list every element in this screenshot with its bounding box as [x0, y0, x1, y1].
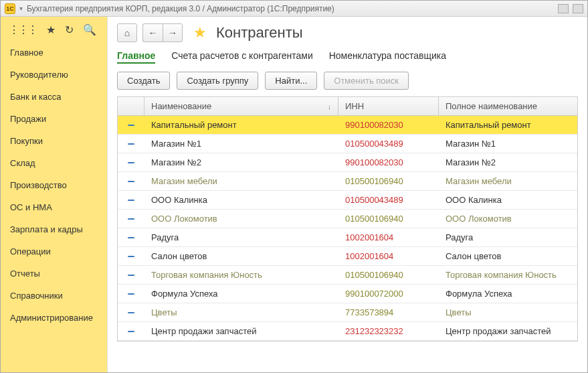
window-min-icon[interactable]	[558, 4, 569, 13]
sidebar-item-0[interactable]: Главное	[1, 42, 107, 64]
sidebar-item-1[interactable]: Руководителю	[1, 64, 107, 86]
home-button[interactable]: ⌂	[117, 23, 137, 42]
cell-name: Салон цветов	[151, 251, 207, 261]
sidebar-item-6[interactable]: Производство	[1, 174, 107, 196]
sidebar-item-4[interactable]: Покупки	[1, 130, 107, 152]
row-icon	[118, 218, 144, 220]
sidebar-item-8[interactable]: Зарплата и кадры	[1, 218, 107, 240]
page-title: Контрагенты	[216, 24, 303, 42]
tab-0[interactable]: Главное	[117, 50, 155, 64]
cancel-search-button: Отменить поиск	[324, 72, 409, 90]
table-row[interactable]: Цветы7733573894Цветы	[118, 303, 577, 322]
history-icon[interactable]: ↻	[65, 23, 74, 36]
cell-name: ООО Локомотив	[151, 214, 217, 224]
sidebar-item-10[interactable]: Отчеты	[1, 263, 107, 285]
cell-inn: 990100082030	[338, 120, 439, 130]
cell-fullname: Радуга	[446, 232, 473, 242]
cell-name: Формула Успеха	[151, 289, 218, 299]
back-button[interactable]: ←	[142, 23, 163, 42]
sidebar: ⋮⋮⋮ ★ ↻ 🔍 ГлавноеРуководителюБанк и касс…	[1, 17, 108, 372]
cell-name: Центр продажи запчастей	[151, 326, 256, 336]
row-icon	[118, 237, 144, 238]
cell-inn: 990100072000	[338, 289, 439, 299]
cell-name: Цветы	[151, 307, 177, 317]
cell-name: ООО Калинка	[151, 195, 207, 205]
cell-inn: 1002001604	[338, 251, 439, 261]
tab-2[interactable]: Номенклатура поставщика	[329, 50, 446, 64]
create-button[interactable]: Создать	[117, 72, 170, 90]
cell-inn: 7733573894	[338, 307, 439, 317]
item-icon	[128, 143, 134, 145]
table-row[interactable]: ООО Локомотив010500106940ООО Локомотив	[118, 210, 577, 228]
main-area: ⌂ ← → ★ Контрагенты ГлавноеСчета расчето…	[108, 17, 587, 372]
cell-fullname: Центр продажи запчастей	[446, 326, 551, 336]
sidebar-item-11[interactable]: Справочники	[1, 285, 107, 307]
cell-inn: 010500106940	[338, 176, 439, 186]
table-row[interactable]: Торговая компания Юность010500106940Торг…	[118, 266, 577, 285]
cell-fullname: Капитальный ремонт	[446, 120, 531, 130]
item-icon	[128, 331, 134, 332]
column-icon[interactable]	[118, 97, 144, 115]
cell-name: Магазин мебели	[151, 176, 217, 186]
column-inn[interactable]: ИНН	[338, 97, 439, 115]
favorites-icon[interactable]: ★	[46, 23, 56, 36]
cell-fullname: Торговая компания Юность	[446, 270, 557, 280]
item-icon	[128, 218, 134, 220]
table-row[interactable]: Капитальный ремонт990100082030Капитальны…	[118, 116, 577, 135]
table-row[interactable]: Центр продажи запчастей231232323232Центр…	[118, 322, 577, 341]
table-row[interactable]: ООО Калинка010500043489ООО Калинка	[118, 191, 577, 210]
favorite-star-icon[interactable]: ★	[193, 24, 207, 42]
row-icon	[118, 162, 144, 163]
forward-button[interactable]: →	[163, 23, 183, 42]
cell-name: Радуга	[151, 232, 179, 242]
cell-fullname: Салон цветов	[446, 251, 501, 261]
row-icon	[118, 256, 144, 257]
cell-fullname: ООО Калинка	[446, 195, 502, 205]
table-row[interactable]: Салон цветов1002001604Салон цветов	[118, 247, 577, 266]
cell-inn: 010500106940	[338, 214, 439, 224]
column-name[interactable]: Наименование ↓	[144, 97, 338, 115]
cell-inn: 010500106940	[338, 270, 439, 280]
item-icon	[128, 162, 134, 163]
create-group-button[interactable]: Создать группу	[177, 72, 258, 90]
table-row[interactable]: Формула Успеха990100072000Формула Успеха	[118, 285, 577, 303]
search-icon[interactable]: 🔍	[83, 23, 96, 36]
titlebar-text: Бухгалтерия предприятия КОРП, редакция 3…	[27, 4, 334, 13]
data-table: Наименование ↓ ИНН Полное наименование К…	[117, 96, 578, 342]
cell-fullname: Формула Успеха	[446, 289, 512, 299]
cell-fullname: Цветы	[446, 307, 471, 317]
cell-inn: 010500043489	[338, 139, 439, 149]
item-icon	[128, 181, 134, 182]
cell-inn: 1002001604	[338, 232, 439, 242]
dropdown-icon[interactable]: ▾	[19, 5, 23, 12]
row-icon	[118, 275, 144, 276]
row-icon	[118, 143, 144, 145]
table-row[interactable]: Магазин №2990100082030Магазин №2	[118, 153, 577, 172]
tabs: ГлавноеСчета расчетов с контрагентамиНом…	[117, 50, 578, 64]
cell-name: Магазин №1	[151, 139, 201, 149]
column-fullname[interactable]: Полное наименование	[439, 97, 577, 115]
row-icon	[118, 181, 144, 182]
sort-icon: ↓	[328, 102, 332, 110]
cell-fullname: ООО Локомотив	[446, 214, 512, 224]
table-row[interactable]: Магазин №1010500043489Магазин №1	[118, 135, 577, 153]
find-button[interactable]: Найти...	[265, 72, 317, 90]
tab-1[interactable]: Счета расчетов с контрагентами	[171, 50, 312, 64]
sidebar-item-9[interactable]: Операции	[1, 240, 107, 263]
sidebar-item-5[interactable]: Склад	[1, 152, 107, 174]
sidebar-item-3[interactable]: Продажи	[1, 108, 107, 130]
table-row[interactable]: Магазин мебели010500106940Магазин мебели	[118, 172, 577, 191]
window-max-icon[interactable]	[573, 4, 583, 13]
app-window: 1C ▾ Бухгалтерия предприятия КОРП, редак…	[0, 0, 588, 373]
cell-inn: 990100082030	[338, 157, 439, 167]
sections-icon[interactable]: ⋮⋮⋮	[9, 23, 37, 36]
sidebar-item-2[interactable]: Банк и касса	[1, 86, 107, 108]
row-icon	[118, 312, 144, 313]
row-icon	[118, 293, 144, 295]
item-icon	[128, 200, 134, 201]
sidebar-item-7[interactable]: ОС и НМА	[1, 196, 107, 218]
table-row[interactable]: Радуга1002001604Радуга	[118, 228, 577, 247]
cell-name: Капитальный ремонт	[151, 120, 237, 130]
item-icon	[128, 237, 134, 238]
sidebar-item-12[interactable]: Администрирование	[1, 307, 107, 329]
